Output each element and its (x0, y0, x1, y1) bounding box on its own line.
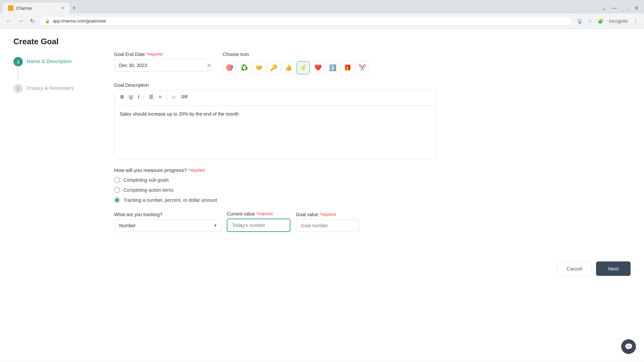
gift-icon-btn[interactable]: 🎁 (341, 61, 354, 74)
progress-option-subgoals[interactable]: Completing sub-goals (114, 177, 436, 183)
step-1-label[interactable]: Name & Description (27, 57, 71, 64)
goal-end-date-input[interactable] (114, 59, 208, 72)
goal-end-date-group: Goal End Date *required ✕ (114, 52, 215, 72)
menu-btn[interactable]: ⋮ (631, 17, 640, 25)
goal-value-label: Goal value *required (296, 212, 360, 217)
browser-tab-active[interactable]: C Charma ✕ (3, 3, 70, 13)
lightning-icon-btn[interactable]: ⚡ (297, 61, 310, 74)
step-1-indicator: 1 (13, 57, 23, 81)
current-value-required: *required (256, 212, 273, 216)
browser-nav: ← → ↻ 🔒 app.charma.com/goals/new 📡 ☆ 🧩 I… (0, 13, 644, 28)
page: Create Goal 1 Name & Description 2 Priva… (0, 29, 644, 361)
tab-favicon: C (8, 5, 13, 11)
progress-radio-group: Completing sub-goals Completing action i… (114, 177, 436, 203)
main-content: Goal End Date *required ✕ Choose Icon 🎯 … (107, 52, 443, 253)
progress-section: How will you measure progress? *required… (114, 167, 436, 232)
sidebar-step-1: 1 Name & Description (13, 57, 107, 81)
icon-grid: 🎯 ♻️ 🤝 🔑 👍 ⚡ ❤️ ℹ️ 🎁 ✂️ (223, 61, 436, 74)
step-2-indicator: 2 (13, 84, 23, 93)
cancel-button[interactable]: Cancel (557, 261, 592, 276)
heart-icon-btn[interactable]: ❤️ (311, 61, 325, 74)
progress-label: How will you measure progress? *required (114, 167, 436, 173)
clear-date-button[interactable]: ✕ (207, 62, 211, 69)
tracking-row: What are you tracking? Number Percent Do… (114, 211, 436, 232)
minimize-btn[interactable]: — (609, 4, 620, 12)
rte-bold-btn[interactable]: B (118, 93, 126, 101)
goal-description-editor[interactable]: Sales should increase up to 20% by the e… (114, 106, 436, 159)
lock-icon: 🔒 (45, 19, 50, 23)
progress-required: *required (188, 168, 205, 173)
handshake-icon-btn[interactable]: 🤝 (252, 61, 266, 74)
goal-value-input[interactable] (296, 219, 360, 232)
current-value-group: Current value *required (227, 211, 290, 232)
extensions-btn[interactable]: 🧩 (596, 17, 605, 25)
step-2-label[interactable]: Privacy & Reminders (27, 84, 74, 91)
goal-end-date-label: Goal End Date *required (114, 52, 215, 57)
layout: 1 Name & Description 2 Privacy & Reminde… (0, 52, 644, 253)
tracking-select-wrapper: Number Percent Dollar Amount ▼ (114, 219, 221, 232)
thumbsup-icon-btn[interactable]: 👍 (282, 61, 295, 74)
maximize-btn[interactable]: ⬜ (620, 4, 632, 13)
bookmark-btn[interactable]: ☆ (586, 17, 594, 25)
rte-sep-1 (144, 94, 144, 100)
recycle-icon-btn[interactable]: ♻️ (237, 61, 251, 74)
close-btn[interactable]: ✕ (632, 4, 641, 13)
rte-toolbar: B U I ☰ ≡ ☺ GIF (114, 90, 436, 104)
choose-icon-group: Choose Icon 🎯 ♻️ 🤝 🔑 👍 ⚡ ❤️ ℹ️ 🎁 ✂️ (223, 52, 436, 74)
tracking-select[interactable]: Number Percent Dollar Amount (114, 219, 221, 232)
incognito-label: Incognito (609, 18, 628, 24)
page-header: Create Goal (0, 29, 644, 52)
tracking-type-label: What are you tracking? (114, 212, 221, 217)
rte-sep-2 (166, 94, 166, 100)
back-button[interactable]: ← (4, 17, 13, 25)
sidebar: 1 Name & Description 2 Privacy & Reminde… (13, 52, 107, 253)
refresh-button[interactable]: ↻ (28, 16, 37, 25)
new-tab-button[interactable]: + (70, 5, 79, 12)
rte-ordered-list-btn[interactable]: ≡ (157, 93, 163, 101)
profile-btn[interactable]: Incognito (607, 17, 630, 25)
next-button[interactable]: Next (596, 261, 631, 276)
tab-title: Charma (16, 6, 58, 11)
tab-dropdown-btn[interactable]: ⌄ (599, 4, 609, 13)
browser-nav-actions: 📡 ☆ 🧩 Incognito ⋮ (575, 17, 640, 25)
info-icon-btn[interactable]: ℹ️ (326, 61, 339, 74)
scissors-icon-btn[interactable]: ✂️ (356, 61, 369, 74)
radio-tracking[interactable] (114, 197, 120, 203)
date-icon-row: Goal End Date *required ✕ Choose Icon 🎯 … (114, 52, 436, 74)
forward-button[interactable]: → (16, 17, 25, 25)
chat-bubble[interactable]: 💬 (621, 339, 636, 354)
rte-emoji-btn[interactable]: ☺ (169, 93, 178, 101)
current-value-label: Current value *required (227, 211, 290, 217)
radio-subgoals[interactable] (114, 177, 120, 183)
step-1-line (18, 68, 18, 81)
goal-description-group: Goal Description B U I ☰ ≡ ☺ GIF Sales s… (114, 82, 436, 159)
rte-underline-btn[interactable]: U (127, 93, 135, 101)
browser-tabs: C Charma ✕ + ⌄ — ⬜ ✕ (0, 0, 644, 13)
step-1-circle: 1 (13, 57, 23, 66)
progress-option-action-items[interactable]: Completing action items (114, 187, 436, 193)
address-bar[interactable]: 🔒 app.charma.com/goals/new (39, 16, 572, 26)
goal-value-group: Goal value *required (296, 212, 360, 232)
rte-gif-btn[interactable]: GIF (179, 93, 190, 101)
radio-action-items[interactable] (114, 187, 120, 193)
rte-bullet-list-btn[interactable]: ☰ (147, 93, 155, 101)
close-tab-button[interactable]: ✕ (61, 6, 64, 10)
goal-end-date-required: *required (146, 52, 163, 57)
screen-cast-btn[interactable]: 📡 (575, 17, 585, 25)
page-title: Create Goal (13, 37, 631, 46)
step-2-circle: 2 (13, 84, 23, 93)
sidebar-step-2: 2 Privacy & Reminders (13, 84, 107, 93)
progress-option-tracking[interactable]: Tracking a number, percent, or dollar am… (114, 197, 436, 203)
target-icon-btn[interactable]: 🎯 (223, 61, 236, 74)
goal-value-required: *required (320, 212, 336, 217)
tracking-type-group: What are you tracking? Number Percent Do… (114, 212, 221, 232)
choose-icon-label: Choose Icon (223, 52, 436, 57)
key-icon-btn[interactable]: 🔑 (267, 61, 280, 74)
browser-chrome: C Charma ✕ + ⌄ — ⬜ ✕ ← → ↻ 🔒 app.charma.… (0, 0, 644, 29)
current-value-input[interactable] (227, 219, 290, 232)
goal-description-label: Goal Description (114, 82, 436, 88)
date-input-wrapper: ✕ (114, 59, 215, 72)
footer: Cancel Next (0, 253, 644, 284)
rte-italic-btn[interactable]: I (136, 93, 141, 101)
url-text: app.charma.com/goals/new (53, 18, 567, 23)
